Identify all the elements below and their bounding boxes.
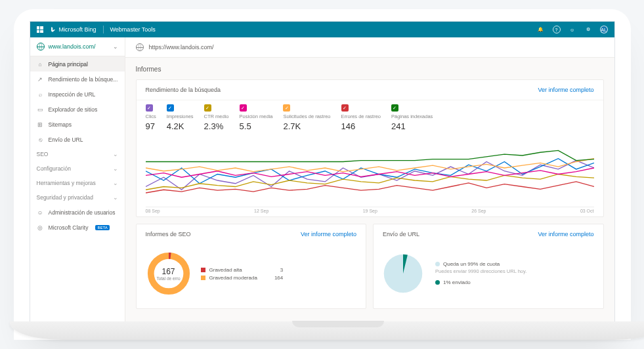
nav-security-group[interactable]: Seguridad y privacidad⌄	[30, 190, 125, 205]
chevron-down-icon: ⌄	[113, 165, 118, 172]
x-tick: 03 Oct	[580, 209, 594, 213]
chevron-down-icon: ⌄	[113, 151, 118, 157]
x-tick: 26 Sep	[471, 209, 486, 213]
topbar-actions: 🔔 ? ☺ ⚙ AL	[537, 26, 608, 33]
notification-icon[interactable]: 🔔	[537, 26, 545, 33]
metric-impresiones[interactable]: ✓Impresiones4.2K	[167, 104, 194, 131]
performance-icon: ↗	[37, 75, 44, 83]
metric-value: 5.5	[240, 121, 273, 131]
feedback-icon[interactable]: ☺	[569, 26, 576, 33]
nav-tools-group[interactable]: Herramientas y mejoras⌄	[30, 176, 125, 190]
metrics-row: ✓Clics97✓Impresiones4.2K✓CTR medio2.3%✓P…	[137, 100, 603, 138]
sidebar: www.landois.com/ ⌄ ⌂Página principal ↗Re…	[30, 37, 125, 322]
section-title: Informes	[136, 66, 604, 73]
legend-value: 3	[267, 267, 283, 273]
settings-icon[interactable]: ⚙	[584, 26, 592, 33]
metric-posición-media[interactable]: ✓Posición media5.5	[240, 104, 273, 131]
url-full-report-link[interactable]: Ver informe completo	[538, 231, 593, 237]
metric-checkbox[interactable]: ✓	[283, 104, 290, 112]
product-name: Webmaster Tools	[110, 26, 156, 33]
separator	[103, 26, 104, 33]
bing-icon	[50, 26, 56, 33]
home-icon: ⌂	[37, 60, 44, 68]
nav-config-group[interactable]: Configuración⌄	[30, 161, 125, 176]
chevron-down-icon: ⌄	[113, 194, 118, 201]
perf-full-report-link[interactable]: Ver informe completo	[538, 87, 593, 93]
brand-logo: Microsoft Bing	[50, 26, 97, 33]
x-tick: 12 Sep	[254, 209, 268, 213]
app-launcher-icon[interactable]	[37, 26, 43, 33]
beta-badge: BETA	[95, 225, 109, 230]
clarity-icon: ◎	[37, 224, 44, 231]
metric-checkbox[interactable]: ✓	[341, 104, 349, 112]
seo-total-label: Total de erro	[156, 276, 180, 281]
x-tick: 19 Sep	[363, 209, 377, 213]
metric-checkbox[interactable]: ✓	[204, 104, 211, 112]
nav-tools-label: Herramientas y mejoras	[37, 180, 96, 186]
seo-legend: Gravedad alta3Gravedad moderada164	[201, 265, 284, 283]
metric-checkbox[interactable]: ✓	[167, 104, 174, 112]
main-content: https://www.landois.com/ Informes Rendim…	[125, 37, 614, 322]
sitemap-icon: ⊞	[37, 121, 44, 128]
site-url: www.landois.com/	[49, 43, 96, 50]
nav-urlsub-label: Envío de URL	[49, 136, 83, 143]
url-card-title: Envío de URL	[383, 231, 419, 237]
seo-card: Informes de SEO Ver informe completo 167…	[136, 224, 367, 309]
nav-urlins-label: Inspección de URL	[49, 91, 96, 98]
nav-list: ⌂Página principal ↗Rendimiento de la bús…	[30, 56, 125, 235]
legend-item: Gravedad moderada164	[201, 275, 284, 281]
brand-text: Microsoft Bing	[59, 26, 97, 33]
chevron-down-icon: ⌄	[113, 180, 118, 186]
avatar[interactable]: AL	[600, 26, 608, 33]
metric-checkbox[interactable]: ✓	[240, 104, 247, 112]
nav-clarity[interactable]: ◎Microsoft ClarityBETA	[30, 220, 125, 235]
top-bar: Microsoft Bing Webmaster Tools 🔔 ? ☺ ⚙ A…	[30, 22, 614, 37]
nav-url-inspection[interactable]: ⌕Inspección de URL	[30, 87, 125, 102]
metric-value: 2.7K	[283, 121, 330, 131]
metric-value: 4.2K	[167, 121, 194, 131]
metric-ctr-medio[interactable]: ✓CTR medio2.3%	[204, 104, 229, 131]
metric-checkbox[interactable]: ✓	[391, 104, 398, 112]
metric-label: Errores de rastreo	[341, 113, 381, 119]
quota-sub: Puedes enviar 9990 direcciones URL hoy.	[435, 268, 526, 274]
metric-páginas-indexadas[interactable]: ✓Páginas indexadas241	[391, 104, 433, 131]
nav-seo-group[interactable]: SEO⌄	[30, 147, 125, 161]
metric-checkbox[interactable]: ✓	[146, 104, 153, 112]
nav-seo-label: SEO	[37, 151, 49, 157]
seo-card-title: Informes de SEO	[146, 231, 191, 237]
nav-sitemaps[interactable]: ⊞Sitemaps	[30, 117, 125, 132]
seo-full-report-link[interactable]: Ver informe completo	[301, 231, 356, 237]
metric-label: Clics	[146, 113, 156, 119]
nav-site-explorer[interactable]: ▭Explorador de sitios	[30, 102, 125, 117]
legend-label: Gravedad moderada	[209, 275, 257, 281]
metric-errores-de-rastreo[interactable]: ✓Errores de rastreo146	[341, 104, 381, 131]
x-axis: 08 Sep12 Sep19 Sep26 Sep03 Oct	[146, 207, 594, 215]
nav-home[interactable]: ⌂Página principal	[30, 56, 125, 72]
nav-home-label: Página principal	[49, 61, 88, 68]
folder-icon: ▭	[37, 106, 44, 113]
metric-label: Posición media	[240, 113, 273, 119]
site-selector[interactable]: www.landois.com/ ⌄	[30, 37, 125, 56]
nav-perf-label: Rendimiento de la búsque...	[49, 76, 118, 83]
search-icon: ⌕	[37, 91, 44, 98]
nav-performance[interactable]: ↗Rendimiento de la búsque...	[30, 72, 125, 87]
metric-value: 97	[146, 121, 156, 131]
nav-user-admin[interactable]: ☺Administración de usuarios	[30, 205, 125, 220]
nav-url-submission[interactable]: ⎋Envío de URL	[30, 132, 125, 147]
nav-siteexp-label: Explorador de sitios	[49, 106, 98, 113]
sent-text: 1% enviado	[443, 279, 471, 285]
metric-solicitudes-de-rastreo[interactable]: ✓Solicitudes de rastreo2.7K	[283, 104, 330, 131]
legend-swatch	[201, 268, 205, 272]
metric-clics[interactable]: ✓Clics97	[146, 104, 156, 131]
globe-icon	[37, 43, 45, 51]
quota-text: Queda un 99% de cuota	[443, 261, 500, 267]
x-tick: 08 Sep	[146, 209, 160, 213]
metric-value: 146	[341, 121, 381, 131]
nav-clarity-label: Microsoft Clarity	[49, 224, 89, 231]
legend-item: Gravedad alta3	[201, 267, 284, 273]
metric-value: 241	[391, 121, 433, 131]
users-icon: ☺	[37, 209, 44, 216]
performance-chart: 08 Sep12 Sep19 Sep26 Sep03 Oct	[137, 138, 603, 216]
help-icon[interactable]: ?	[553, 26, 561, 33]
nav-users-label: Administración de usuarios	[49, 209, 116, 216]
